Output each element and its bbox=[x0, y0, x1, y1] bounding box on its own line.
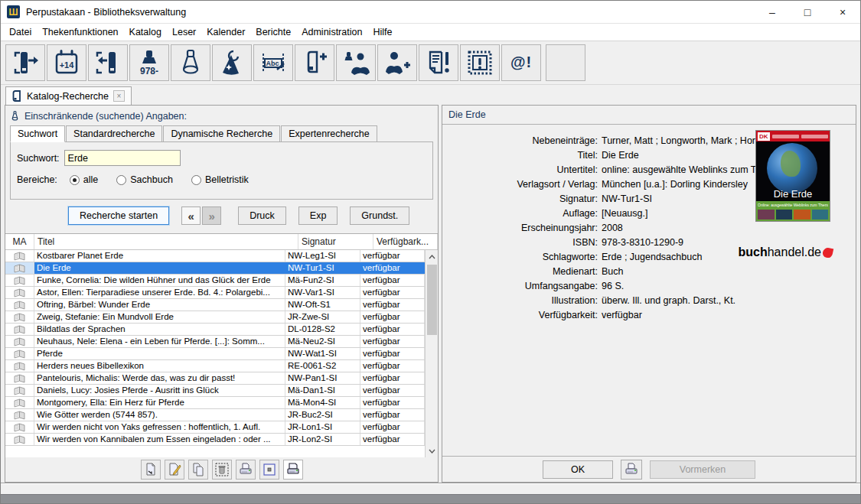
table-row[interactable]: Pferde NW-Wat1-SI verfügbar bbox=[5, 348, 425, 360]
renew-loan-button[interactable]: +14 bbox=[47, 44, 86, 81]
menu-katalog[interactable]: Katalog bbox=[124, 24, 167, 40]
table-row[interactable]: Kostbarer Planet Erde NW-Leg1-SI verfügb… bbox=[5, 250, 425, 262]
tab-close-icon[interactable]: × bbox=[113, 90, 125, 102]
menu-datei[interactable]: Datei bbox=[4, 24, 37, 40]
field-value: Buch bbox=[602, 265, 624, 279]
scanner-button[interactable] bbox=[171, 44, 210, 81]
table-row[interactable]: Wir werden von Kannibalen zum Essen eing… bbox=[5, 434, 425, 446]
print-label-button[interactable] bbox=[283, 460, 303, 480]
print-record-button[interactable] bbox=[236, 460, 256, 480]
cover-thumb-3 bbox=[794, 210, 810, 219]
email-alert-button[interactable]: @! bbox=[501, 44, 541, 81]
table-row[interactable]: Oftring, Bärbel: Wunder Erde NW-Oft-S1 v… bbox=[5, 299, 425, 311]
subtab-expertenrecherche[interactable]: Expertenrecherche bbox=[281, 125, 377, 142]
close-button[interactable]: × bbox=[825, 1, 860, 24]
add-media-button[interactable] bbox=[295, 44, 334, 81]
menu-leser[interactable]: Leser bbox=[167, 24, 201, 40]
print-detail-button[interactable] bbox=[621, 460, 642, 480]
scope-radio[interactable]: alle bbox=[70, 174, 98, 185]
column-header-titel[interactable]: Titel bbox=[34, 234, 298, 249]
table-row[interactable]: Funke, Cornelia: Die wilden Hühner und d… bbox=[5, 275, 425, 287]
blank-toolbar-button[interactable] bbox=[546, 44, 585, 81]
search-input[interactable] bbox=[64, 150, 181, 166]
svg-text:+14: +14 bbox=[60, 60, 75, 70]
isbn-scan-button[interactable]: 978- bbox=[129, 44, 169, 81]
wizard-button[interactable] bbox=[212, 44, 252, 81]
table-row[interactable]: Bildatlas der Sprachen DL-0128-S2 verfüg… bbox=[5, 324, 425, 336]
scroll-down-icon[interactable] bbox=[426, 444, 439, 457]
tab-katalog-recherche[interactable]: Katalog-Recherche × bbox=[5, 86, 132, 105]
table-row[interactable]: Herders neues Bibellexikon RE-0061-S2 ve… bbox=[5, 360, 425, 372]
add-reader-button[interactable] bbox=[377, 44, 417, 81]
scrollbar-thumb[interactable] bbox=[427, 265, 437, 335]
menu-thekenfunktionen[interactable]: Thekenfunktionen bbox=[37, 24, 123, 40]
email-alert-icon: @! bbox=[510, 54, 532, 71]
next-page-button[interactable]: » bbox=[202, 206, 221, 225]
status-bar bbox=[1, 483, 860, 494]
subtab-suchwort[interactable]: Suchwort bbox=[10, 125, 65, 142]
media-checkout-button[interactable] bbox=[5, 44, 45, 81]
menu-administration[interactable]: Administration bbox=[296, 24, 367, 40]
table-row[interactable]: Pantelouris, Michalis: Werde das, was zu… bbox=[5, 372, 425, 385]
minimize-button[interactable]: – bbox=[755, 1, 790, 24]
cover-thumb-2 bbox=[776, 210, 793, 219]
column-header-ma[interactable]: MA bbox=[5, 234, 34, 249]
subtab-dynamische-recherche[interactable]: Dynamische Recherche bbox=[163, 125, 280, 142]
start-search-button[interactable]: Recherche starten bbox=[68, 206, 169, 225]
prev-page-button[interactable]: « bbox=[181, 206, 201, 225]
scope-radio[interactable]: Sachbuch bbox=[116, 174, 173, 185]
row-status: verfügbar bbox=[360, 250, 425, 262]
table-row[interactable]: Daniels, Lucy: Josies Pferde - Ausritt i… bbox=[5, 385, 425, 397]
flask-icon bbox=[10, 110, 20, 122]
ok-button[interactable]: OK bbox=[543, 460, 613, 479]
table-row[interactable]: Zweig, Stefanie: Ein Mundvoll Erde JR-Zw… bbox=[5, 311, 425, 324]
reserve-button[interactable]: Vormerken bbox=[650, 460, 755, 479]
menu-kalender[interactable]: Kalender bbox=[201, 24, 250, 40]
subtab-standardrecherche[interactable]: Standardrecherche bbox=[66, 125, 162, 142]
reader-scan-button[interactable] bbox=[336, 44, 376, 81]
vertical-scrollbar[interactable] bbox=[425, 250, 438, 457]
field-label: Auflage: bbox=[442, 206, 602, 221]
edit-record-button[interactable] bbox=[165, 460, 184, 480]
detail-field: Illustration: überw. Ill. und graph. Dar… bbox=[442, 294, 856, 308]
detail-title: Die Erde bbox=[442, 106, 856, 125]
tab-label: Katalog-Recherche bbox=[27, 91, 109, 102]
copy-record-button[interactable] bbox=[188, 460, 208, 480]
scroll-up-icon[interactable] bbox=[426, 250, 439, 263]
column-header-signatur[interactable]: Signatur bbox=[298, 234, 373, 249]
print-results-button[interactable]: Druck bbox=[238, 206, 286, 225]
buchhandel-logo[interactable]: buchhandel.de bbox=[738, 245, 833, 259]
radio-label: Belletristik bbox=[205, 174, 249, 185]
cover-thumb-1 bbox=[758, 210, 775, 219]
table-row[interactable]: Astor, Ellen: Tierparadiese unserer Erde… bbox=[5, 287, 425, 299]
table-row[interactable]: Wie Götter werden (5744 857). JR-Buc2-SI… bbox=[5, 409, 425, 421]
row-title: Kostbarer Planet Erde bbox=[34, 250, 285, 262]
menu-hilfe[interactable]: Hilfe bbox=[367, 24, 397, 40]
row-title: Oftring, Bärbel: Wunder Erde bbox=[34, 299, 285, 311]
frame-select-button[interactable] bbox=[259, 460, 279, 480]
media-alert-button[interactable] bbox=[419, 44, 458, 81]
scope-radio[interactable]: Belletristik bbox=[191, 174, 249, 185]
delete-record-button[interactable] bbox=[212, 460, 232, 480]
menu-berichte[interactable]: Berichte bbox=[250, 24, 296, 40]
reset-button[interactable]: Grundst. bbox=[350, 206, 409, 225]
media-type-book-icon bbox=[5, 250, 34, 262]
new-record-button[interactable] bbox=[141, 460, 161, 480]
table-row[interactable]: Neuhaus, Nele: Elena - ein Leben für Pfe… bbox=[5, 336, 425, 348]
detail-field: Verfügbarkeit: verfügbar bbox=[442, 308, 856, 323]
scrollbar-track[interactable] bbox=[426, 263, 439, 444]
table-row[interactable]: Montgomery, Ella: Ein Herz für Pferde Mä… bbox=[5, 397, 425, 409]
media-return-button[interactable] bbox=[88, 44, 128, 81]
table-row[interactable]: Wir werden nicht von Yaks gefressen : ho… bbox=[5, 421, 425, 434]
text-edit-button[interactable]: Abc bbox=[253, 44, 293, 81]
export-button[interactable]: Exp bbox=[298, 206, 338, 225]
field-value: verfügbar bbox=[602, 308, 642, 323]
maximize-button[interactable]: □ bbox=[790, 1, 825, 24]
column-header-verfuegbarkeit[interactable]: Verfügbark... bbox=[373, 234, 438, 249]
row-status: verfügbar bbox=[360, 324, 425, 335]
stamp-alert-button[interactable] bbox=[460, 44, 500, 81]
table-row[interactable]: Die Erde NW-Tur1-SI verfügbar bbox=[5, 262, 425, 275]
radio-circle-icon bbox=[116, 175, 126, 185]
field-value: 978-3-8310-1290-9 bbox=[602, 236, 683, 250]
search-panel: Einschränkende (suchende) Angaben: Suchw… bbox=[5, 105, 439, 483]
